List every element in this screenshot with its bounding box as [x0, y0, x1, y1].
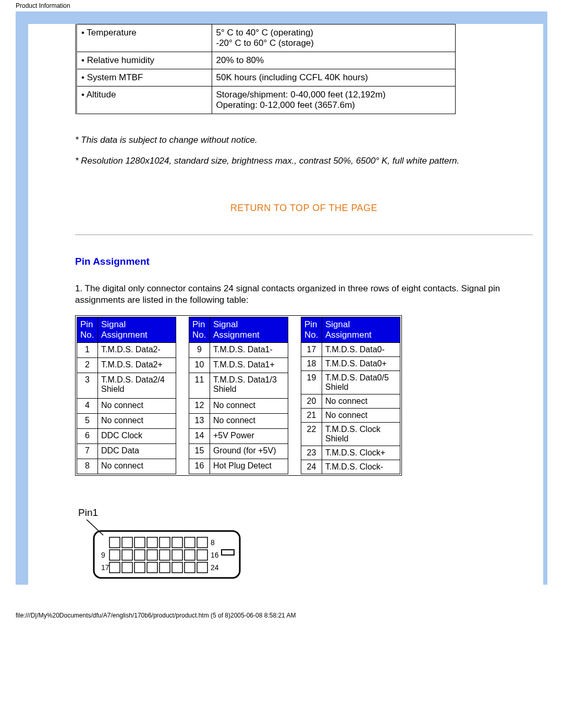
- spec-value: 50K hours (including CCFL 40K hours): [212, 69, 456, 87]
- pin-signal: T.M.D.S. Data1-: [210, 343, 288, 358]
- page-header: Product Information: [0, 0, 563, 11]
- pin-number: 6: [77, 428, 98, 443]
- section-intro: 1. The digital only connector contains 2…: [75, 283, 533, 306]
- note-1: * This data is subject to change without…: [75, 135, 533, 145]
- table-row: 8No connect: [77, 459, 176, 474]
- pin-header-no: PinNo.: [301, 317, 322, 343]
- pin-table: PinNo.SignalAssignment9T.M.D.S. Data1-10…: [189, 317, 288, 474]
- pin-signal: +5V Power: [210, 428, 288, 443]
- svg-rect-24: [134, 562, 145, 573]
- notes: * This data is subject to change without…: [75, 135, 533, 166]
- pin-signal: Ground (for +5V): [210, 443, 288, 459]
- table-row: 16Hot Plug Detect: [189, 459, 288, 474]
- table-row: 17T.M.D.S. Data0-: [301, 343, 400, 357]
- pin-signal: No connect: [210, 413, 288, 428]
- pin-signal: No connect: [322, 394, 400, 409]
- diagram-pin1-label: Pin1: [78, 507, 533, 519]
- svg-rect-15: [147, 550, 157, 560]
- pin-table: PinNo.SignalAssignment17T.M.D.S. Data0-1…: [301, 317, 400, 474]
- pin-number: 21: [301, 409, 322, 423]
- svg-text:9: 9: [101, 551, 105, 559]
- pin-signal: T.M.D.S. Data0/5 Shield: [322, 371, 400, 394]
- table-row: 10T.M.D.S. Data1+: [189, 358, 288, 373]
- spec-label: • Temperature: [76, 24, 212, 52]
- spec-value: 5° C to 40° C (operating) -20° C to 60° …: [212, 24, 456, 52]
- table-row: 23T.M.D.S. Clock+: [301, 446, 400, 460]
- pin-number: 3: [77, 373, 98, 398]
- pin-signal: DDC Clock: [98, 428, 176, 443]
- table-row: 5No connect: [77, 413, 176, 428]
- svg-rect-7: [172, 537, 182, 548]
- pin-number: 24: [301, 460, 322, 474]
- svg-rect-27: [172, 562, 182, 573]
- pin-number: 2: [77, 358, 98, 373]
- table-row: 12No connect: [189, 398, 288, 413]
- content-frame: • Temperature5° C to 40° C (operating) -…: [16, 11, 547, 585]
- svg-rect-31: [222, 550, 234, 555]
- table-row: • Relative humidity20% to 80%: [76, 52, 456, 69]
- svg-rect-6: [160, 537, 170, 548]
- pin-signal: T.M.D.S. Data2-: [98, 343, 176, 358]
- svg-rect-4: [134, 537, 145, 548]
- table-row: 11T.M.D.S. Data1/3 Shield: [189, 373, 288, 398]
- pin-number: 22: [301, 423, 322, 446]
- return-to-top-link[interactable]: RETURN TO TOP OF THE PAGE: [230, 203, 377, 213]
- pin-signal: No connect: [98, 459, 176, 474]
- table-row: 19T.M.D.S. Data0/5 Shield: [301, 371, 400, 394]
- svg-rect-13: [122, 550, 132, 560]
- table-row: 3T.M.D.S. Data2/4 Shield: [77, 373, 176, 398]
- table-row: 4No connect: [77, 398, 176, 413]
- note-2: * Resolution 1280x1024, standard size, b…: [75, 156, 533, 166]
- svg-rect-22: [109, 562, 120, 573]
- pin-signal: No connect: [210, 398, 288, 413]
- table-row: • System MTBF50K hours (including CCFL 4…: [76, 69, 456, 87]
- table-row: • Temperature5° C to 40° C (operating) -…: [76, 24, 456, 52]
- pin-header-signal: SignalAssignment: [322, 317, 400, 343]
- svg-rect-12: [109, 550, 120, 560]
- spec-value: 20% to 80%: [212, 52, 456, 69]
- pin-signal: No connect: [322, 409, 400, 423]
- pin-number: 18: [301, 357, 322, 371]
- svg-rect-2: [109, 537, 120, 548]
- table-row: 22T.M.D.S. Clock Shield: [301, 423, 400, 446]
- spec-value: Storage/shipment: 0-40,000 feet (12,192m…: [212, 87, 456, 114]
- table-row: 15Ground (for +5V): [189, 443, 288, 459]
- pin-signal: T.M.D.S. Data2+: [98, 358, 176, 373]
- table-row: 6DDC Clock: [77, 428, 176, 443]
- return-to-top: RETURN TO TOP OF THE PAGE: [75, 203, 533, 214]
- svg-rect-19: [197, 550, 207, 560]
- svg-rect-29: [197, 562, 207, 573]
- svg-rect-8: [185, 537, 195, 548]
- spec-label: • Relative humidity: [76, 52, 212, 69]
- table-row: 13No connect: [189, 413, 288, 428]
- page-footer: file:///D|/My%20Documents/dfu/A7/english…: [0, 606, 563, 625]
- pin-number: 20: [301, 394, 322, 409]
- pin-signal: T.M.D.S. Data0+: [322, 357, 400, 371]
- svg-rect-16: [160, 550, 170, 560]
- pin-number: 5: [77, 413, 98, 428]
- pin-signal: T.M.D.S. Clock-: [322, 460, 400, 474]
- spec-label: • System MTBF: [76, 69, 212, 87]
- pin-number: 19: [301, 371, 322, 394]
- table-row: 18T.M.D.S. Data0+: [301, 357, 400, 371]
- svg-rect-26: [160, 562, 170, 573]
- pin-header-signal: SignalAssignment: [210, 317, 288, 343]
- pin-signal: T.M.D.S. Data1+: [210, 358, 288, 373]
- pin-signal: DDC Data: [98, 443, 176, 459]
- pin-signal: T.M.D.S. Data0-: [322, 343, 400, 357]
- pin-number: 14: [189, 428, 210, 443]
- pin-number: 1: [77, 343, 98, 358]
- pin-signal: T.M.D.S. Clock Shield: [322, 423, 400, 446]
- pin-number: 7: [77, 443, 98, 459]
- svg-text:16: 16: [211, 551, 219, 559]
- section-title: Pin Assignment: [75, 256, 533, 267]
- table-row: 2T.M.D.S. Data2+: [77, 358, 176, 373]
- svg-text:24: 24: [211, 563, 219, 572]
- spec-table: • Temperature5° C to 40° C (operating) -…: [75, 24, 456, 114]
- svg-rect-18: [185, 550, 195, 560]
- svg-rect-28: [185, 562, 195, 573]
- pin-number: 9: [189, 343, 210, 358]
- pin-number: 15: [189, 443, 210, 459]
- svg-rect-3: [122, 537, 132, 548]
- svg-rect-23: [122, 562, 132, 573]
